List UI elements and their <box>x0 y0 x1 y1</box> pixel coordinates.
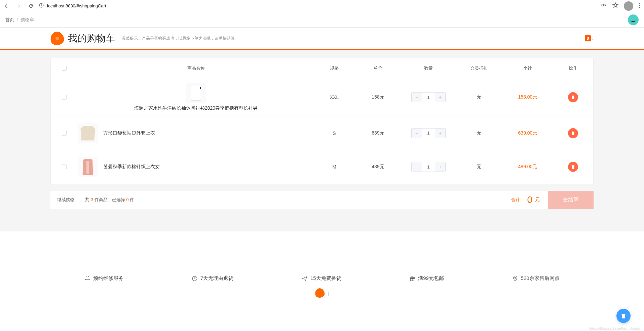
page-title: 我的购物车 <box>68 32 115 45</box>
breadcrumb-bar: 首页 / 购物车 <box>0 12 644 28</box>
ime-s-icon: S <box>585 35 591 41</box>
breadcrumb-home[interactable]: 首页 <box>5 17 14 23</box>
feature-text: 满99元包邮 <box>418 275 444 282</box>
quantity-stepper: − + <box>411 92 446 102</box>
svg-point-7 <box>515 277 516 278</box>
qty-increase-button[interactable]: + <box>435 128 445 138</box>
page-tip: 温馨提示：产品是否购买成功，以最终下单为准哦，请尽快结算 <box>122 36 235 41</box>
feature-item: 7天无理由退货 <box>192 275 233 282</box>
summary-count-text: 共 3 件商品，已选择 0 件 <box>85 197 134 203</box>
feature-item: 预约维修服务 <box>84 275 123 282</box>
key-icon[interactable] <box>601 2 607 9</box>
product-title: 海澜之家水洗牛津纺长袖休闲衬衫2020春季挺括有型长衬男 <box>134 105 258 111</box>
total-amount: 0 <box>527 194 532 205</box>
footer: | <box>0 288 644 300</box>
delete-button[interactable] <box>568 162 578 172</box>
profile-avatar[interactable] <box>624 1 633 11</box>
spec-value: S <box>314 131 354 136</box>
continue-shopping-link[interactable]: 继续购物 <box>57 197 75 203</box>
table-header: 商品名称 规格 单价 数量 会员折扣 小计 操作 <box>51 58 593 78</box>
forward-icon[interactable] <box>16 3 22 9</box>
qty-decrease-button[interactable]: − <box>412 162 422 172</box>
price-value: 158元 <box>354 94 402 100</box>
reload-icon[interactable] <box>28 3 34 9</box>
subtotal-value: 158.00元 <box>502 94 553 100</box>
feature-item: 满99元包邮 <box>409 275 444 282</box>
cart-row: 海澜之家水洗牛津纺长袖休闲衬衫2020春季挺括有型长衬男 XXL 158元 − … <box>51 78 593 116</box>
cart-row: 方形口袋长袖短外套上衣 S 639元 − + 无 639.00元 <box>51 116 593 150</box>
feature-text: 520余家售后网点 <box>521 275 560 282</box>
service-features: 预约维修服务7天无理由退货15天免费换货满99元包邮520余家售后网点 <box>0 262 644 288</box>
col-header-action: 操作 <box>553 65 593 71</box>
qty-input[interactable] <box>422 162 435 172</box>
breadcrumb-current: 购物车 <box>21 17 34 23</box>
product-title: 茵曼秋季新款棉针织上衣女 <box>103 164 160 170</box>
url-text[interactable]: localhost:8080/#/shoppingCart <box>47 3 106 8</box>
total-unit: 元 <box>535 197 540 203</box>
qty-input[interactable] <box>422 93 435 102</box>
col-header-subtotal: 小计 <box>502 65 553 71</box>
col-header-name: 商品名称 <box>78 65 314 71</box>
total-label: 合计： <box>511 197 524 203</box>
qty-decrease-button[interactable]: − <box>412 128 422 138</box>
product-image <box>186 83 206 103</box>
browser-toolbar: localhost:8080/#/shoppingCart <box>0 0 644 12</box>
qty-increase-button[interactable]: + <box>435 93 445 102</box>
info-icon[interactable] <box>39 3 44 9</box>
brand-logo-icon <box>49 31 65 46</box>
spec-value: M <box>314 164 354 170</box>
plane-icon <box>302 275 308 282</box>
breadcrumb-separator: / <box>17 17 18 22</box>
summary-bar: 继续购物 | 共 3 件商品，已选择 0 件 合计： 0 元 去结算 <box>50 191 594 209</box>
feature-item: 520余家售后网点 <box>512 275 560 282</box>
user-avatar[interactable] <box>628 14 639 25</box>
pin-icon <box>512 275 518 282</box>
col-header-discount: 会员折扣 <box>455 65 502 71</box>
spec-value: XXL <box>314 95 354 100</box>
col-header-price: 单价 <box>354 65 402 71</box>
select-all-checkbox[interactable] <box>62 66 67 71</box>
subtotal-value: 489.00元 <box>502 164 553 170</box>
feature-item: 15天免费换货 <box>302 275 341 282</box>
price-value: 639元 <box>354 130 402 136</box>
bell-icon <box>84 275 90 282</box>
gift-icon <box>409 275 415 282</box>
star-icon[interactable] <box>612 2 618 9</box>
svg-point-1 <box>639 3 640 4</box>
page-header: 我的购物车 温馨提示：产品是否购买成功，以最终下单为准哦，请尽快结算 S ⁚ <box>0 28 644 50</box>
clock-icon <box>192 275 198 282</box>
back-icon[interactable] <box>4 3 9 9</box>
subtotal-value: 639.00元 <box>502 130 553 136</box>
product-image <box>78 123 98 143</box>
feature-text: 预约维修服务 <box>93 275 123 282</box>
cart-row: 茵曼秋季新款棉针织上衣女 M 489元 − + 无 489.00元 <box>51 150 593 184</box>
qty-increase-button[interactable]: + <box>435 162 445 172</box>
discount-value: 无 <box>455 130 502 136</box>
product-title: 方形口袋长袖短外套上衣 <box>103 130 155 136</box>
svg-point-2 <box>639 5 640 6</box>
feature-text: 15天免费换货 <box>310 275 341 282</box>
row-checkbox[interactable] <box>62 164 67 169</box>
delete-button[interactable] <box>568 92 578 102</box>
col-header-qty: 数量 <box>402 65 455 71</box>
discount-value: 无 <box>455 94 502 100</box>
checkout-button[interactable]: 去结算 <box>548 191 594 209</box>
footer-logo-icon <box>314 288 325 298</box>
qty-decrease-button[interactable]: − <box>412 93 422 102</box>
feature-text: 7天无理由退货 <box>200 275 233 282</box>
qty-input[interactable] <box>422 128 435 138</box>
row-checkbox[interactable] <box>62 95 67 100</box>
ime-indicator[interactable]: S ⁚ <box>585 35 594 41</box>
cart-table: 商品名称 规格 单价 数量 会员折扣 小计 操作 海澜之家水洗牛津纺长袖休闲衬衫… <box>50 58 594 184</box>
quantity-stepper: − + <box>411 162 446 172</box>
quantity-stepper: − + <box>411 128 446 138</box>
menu-icon[interactable] <box>639 3 640 9</box>
discount-value: 无 <box>455 164 502 170</box>
product-image <box>78 157 98 177</box>
breadcrumb: 首页 / 购物车 <box>5 17 34 23</box>
svg-point-3 <box>639 7 640 8</box>
row-checkbox[interactable] <box>62 131 67 136</box>
col-header-spec: 规格 <box>314 65 354 71</box>
main-content: 商品名称 规格 单价 数量 会员折扣 小计 操作 海澜之家水洗牛津纺长袖休闲衬衫… <box>0 50 644 231</box>
delete-button[interactable] <box>568 128 578 138</box>
